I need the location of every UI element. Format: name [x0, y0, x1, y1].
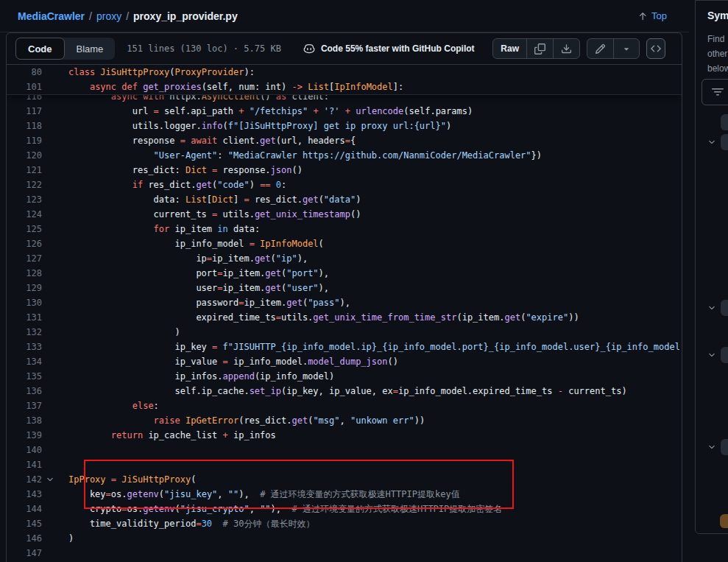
line-number[interactable]: 117	[7, 104, 42, 119]
code-line: 134 ip_value = ip_info_model.model_dump_…	[7, 354, 682, 369]
gutter	[42, 413, 58, 428]
copilot-banner[interactable]: Code 55% faster with GitHub Copilot	[303, 43, 475, 55]
collapse-toggle[interactable]	[42, 472, 58, 487]
line-number[interactable]: 127	[7, 251, 42, 266]
line-number[interactable]: 133	[7, 340, 42, 354]
symbol-item-skeleton[interactable]	[721, 114, 728, 130]
line-number[interactable]: 136	[7, 384, 42, 398]
symbol-item-skeleton-highlighted[interactable]	[720, 514, 728, 528]
code-line: 140	[7, 443, 682, 457]
gutter	[42, 531, 58, 546]
line-number[interactable]: 130	[7, 295, 42, 310]
line-number[interactable]: 140	[7, 443, 42, 457]
code-line: 132 )	[7, 325, 682, 340]
gutter	[42, 207, 58, 222]
code-symbols-icon	[651, 43, 661, 54]
copy-button[interactable]	[526, 39, 553, 58]
tab-blame[interactable]: Blame	[65, 38, 116, 60]
gutter	[42, 266, 58, 281]
breadcrumb-filename: proxy_ip_provider.py	[133, 10, 238, 22]
line-number[interactable]: 120	[7, 148, 42, 163]
code-line: 121 res_dict: Dict = response.json()	[7, 163, 682, 178]
code-text: data: List[Dict] = res_dict.get("data")	[68, 192, 361, 207]
code-text: else:	[68, 398, 159, 413]
breadcrumb: MediaCrawler / proxy / proxy_ip_provider…	[0, 0, 689, 32]
line-number[interactable]: 126	[7, 236, 42, 251]
chevron-down-icon[interactable]	[707, 443, 716, 452]
line-number[interactable]: 131	[7, 310, 42, 325]
breadcrumb-folder-link[interactable]: proxy	[96, 10, 121, 22]
back-to-top-link[interactable]: Top	[637, 10, 667, 21]
gutter	[42, 65, 58, 80]
line-number[interactable]: 138	[7, 413, 42, 428]
gutter	[42, 398, 58, 413]
gutter	[42, 310, 58, 325]
edit-button[interactable]	[587, 39, 613, 58]
line-number[interactable]: 118	[7, 119, 42, 133]
tab-code[interactable]: Code	[15, 38, 65, 60]
line-number[interactable]: 135	[7, 369, 42, 384]
line-number[interactable]: 132	[7, 325, 42, 340]
symbol-item-skeleton[interactable]	[721, 347, 728, 363]
line-number[interactable]: 142	[7, 472, 42, 487]
filter-icon	[712, 86, 724, 98]
line-number[interactable]: 137	[7, 398, 42, 413]
line-number[interactable]: 143	[7, 487, 42, 502]
line-number[interactable]: 139	[7, 428, 42, 443]
gutter	[42, 384, 58, 398]
line-number[interactable]: 80	[7, 65, 42, 80]
chevron-down-icon[interactable]	[707, 138, 716, 147]
gutter	[42, 148, 58, 163]
symbol-item-skeleton[interactable]	[721, 134, 728, 150]
code-text: return ip_cache_list + ip_infos	[68, 428, 276, 443]
code-line: 101 async def get_proxies(self, num: int…	[7, 80, 682, 94]
line-number[interactable]: 119	[7, 133, 42, 148]
arrow-up-icon	[637, 11, 648, 21]
symbols-filter-button[interactable]	[702, 79, 728, 105]
line-number[interactable]: 123	[7, 192, 42, 207]
line-number[interactable]: 147	[7, 546, 42, 561]
code-text: ip=ip_item.get("ip"),	[68, 251, 308, 266]
code-text: ip_key = f"JISUHTTP_{ip_info_model.ip}_{…	[68, 340, 680, 354]
line-number[interactable]: 128	[7, 266, 42, 281]
download-button[interactable]	[553, 39, 579, 58]
line-number[interactable]: 144	[7, 502, 42, 516]
line-number[interactable]: 145	[7, 516, 42, 531]
line-number[interactable]: 101	[7, 80, 42, 94]
line-number[interactable]: 121	[7, 163, 42, 178]
gutter	[42, 236, 58, 251]
gutter	[42, 104, 58, 119]
collapse-chevron-icon[interactable]	[46, 475, 54, 484]
code-text: password=ip_item.get("pass"),	[68, 295, 350, 310]
line-number[interactable]: 125	[7, 222, 42, 236]
chevron-down-icon[interactable]	[707, 303, 716, 312]
code-line: 124 current_ts = utils.get_unix_timestam…	[7, 207, 682, 222]
line-number[interactable]: 146	[7, 531, 42, 546]
code-line: 145 time_validity_period=30 # 30分钟（最长时效）	[7, 516, 682, 531]
code-text: url = self.api_path + "/fetchips" + '?' …	[68, 104, 473, 119]
code-line: 137 else:	[7, 398, 682, 413]
breadcrumb-repo-link[interactable]: MediaCrawler	[18, 10, 85, 22]
code-line: 144 crypto=os.getenv("jisu_crypto", ""),…	[7, 502, 682, 516]
code-line: 147	[7, 546, 682, 561]
symbol-item-skeleton[interactable]	[721, 439, 728, 455]
code-text: )	[68, 531, 74, 546]
code-line: 123 data: List[Dict] = res_dict.get("dat…	[7, 192, 682, 207]
symbol-item-skeleton[interactable]	[721, 300, 728, 316]
line-number[interactable]: 129	[7, 281, 42, 295]
gutter	[42, 516, 58, 531]
code-editor: 80class JiSuHttpProxy(ProxyProvider):101…	[7, 65, 682, 562]
code-blame-switch: Code Blame	[15, 38, 115, 60]
raw-button[interactable]: Raw	[493, 39, 526, 58]
chevron-down-icon[interactable]	[707, 351, 716, 359]
code-text: IpProxy = JiSuHttpProxy(	[68, 472, 196, 487]
symbols-panel-toggle[interactable]	[646, 38, 665, 59]
line-number[interactable]: 122	[7, 178, 42, 192]
gutter	[42, 502, 58, 516]
gutter	[42, 133, 58, 148]
line-number[interactable]: 124	[7, 207, 42, 222]
gutter	[42, 281, 58, 295]
line-number[interactable]: 141	[7, 457, 42, 472]
line-number[interactable]: 134	[7, 354, 42, 369]
edit-dropdown-button[interactable]	[613, 39, 639, 58]
